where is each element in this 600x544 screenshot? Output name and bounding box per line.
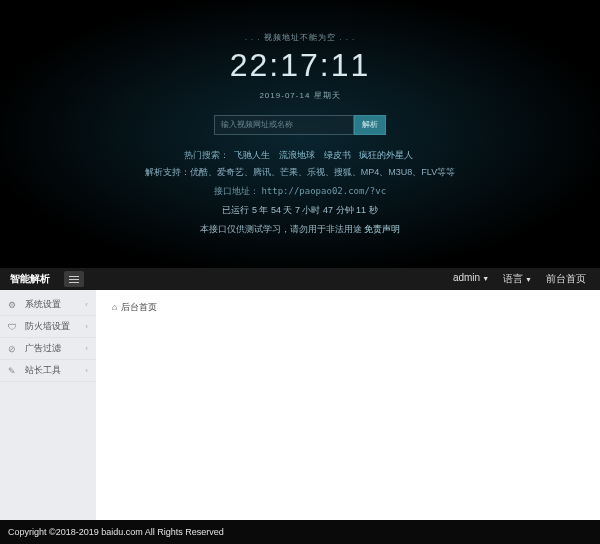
hot-searches: 热门搜索： 飞驰人生 流浪地球 绿皮书 疯狂的外星人 [0, 149, 600, 162]
admin-content: ⌂后台首页 [96, 290, 600, 520]
home-icon: ⌂ [112, 302, 117, 312]
tab-label: 后台首页 [121, 301, 157, 314]
sidebar-item-label: 防火墙设置 [25, 320, 70, 333]
caret-down-icon: ▼ [525, 276, 532, 283]
tagline: . . . 视频地址不能为空 . . . [0, 32, 600, 43]
admin-body: ⚙系统设置‹ 🛡防火墙设置‹ ⊘广告过滤‹ ✎站长工具‹ ⌂后台首页 [0, 290, 600, 520]
clock-display: 22:17:11 [0, 47, 600, 84]
sidebar-item-label: 广告过滤 [25, 342, 61, 355]
chevron-left-icon: ‹ [85, 366, 88, 375]
sidebar-item-label: 站长工具 [25, 364, 61, 377]
copyright-text: Copyright ©2018-2019 baidu.com All Right… [8, 527, 224, 537]
uptime-text: 已运行 5 年 54 天 7 小时 47 分钟 11 秒 [0, 204, 600, 217]
search-bar: 解析 [214, 115, 386, 135]
api-endpoint: 接口地址： http://paopao02.com/?vc [0, 185, 600, 198]
admin-panel: 智能解析 admin▼ 语言▼ 前台首页 ⚙系统设置‹ 🛡防火墙设置‹ ⊘广告过… [0, 268, 600, 520]
sidebar-item-adfilter[interactable]: ⊘广告过滤‹ [0, 338, 96, 360]
frontend-link[interactable]: 前台首页 [546, 272, 586, 286]
admin-topbar: 智能解析 admin▼ 语言▼ 前台首页 [0, 268, 600, 290]
admin-sidebar: ⚙系统设置‹ 🛡防火墙设置‹ ⊘广告过滤‹ ✎站长工具‹ [0, 290, 96, 520]
gear-icon: ⚙ [8, 300, 20, 310]
chevron-left-icon: ‹ [85, 322, 88, 331]
parse-button[interactable]: 解析 [354, 115, 386, 135]
disclaimer-link[interactable]: 免责声明 [364, 224, 400, 234]
chevron-left-icon: ‹ [85, 344, 88, 353]
date-display: 2019-07-14 星期天 [0, 90, 600, 101]
hot-link[interactable]: 飞驰人生 [234, 150, 270, 160]
api-label: 接口地址： [214, 186, 259, 196]
sidebar-item-tools[interactable]: ✎站长工具‹ [0, 360, 96, 382]
caret-down-icon: ▼ [482, 275, 489, 282]
chevron-left-icon: ‹ [85, 300, 88, 309]
support-list: 解析支持：优酷、爱奇艺、腾讯、芒果、乐视、搜狐、MP4、M3U8、FLV等等 [0, 166, 600, 179]
sidebar-toggle-button[interactable] [64, 271, 84, 287]
tab-home[interactable]: ⌂后台首页 [106, 299, 163, 316]
hot-link[interactable]: 流浪地球 [279, 150, 315, 160]
shield-icon: 🛡 [8, 322, 20, 332]
disclaimer-line: 本接口仅供测试学习，请勿用于非法用途 免责声明 [0, 223, 600, 236]
brand-title: 智能解析 [0, 272, 60, 286]
hot-link[interactable]: 疯狂的外星人 [359, 150, 413, 160]
video-parser-panel: . . . 视频地址不能为空 . . . 22:17:11 2019-07-14… [0, 0, 600, 268]
url-input[interactable] [214, 115, 354, 135]
hot-link[interactable]: 绿皮书 [324, 150, 351, 160]
disclaimer-text: 本接口仅供测试学习，请勿用于非法用途 [200, 224, 365, 234]
user-menu[interactable]: admin▼ [453, 272, 489, 286]
footer-bar: Copyright ©2018-2019 baidu.com All Right… [0, 520, 600, 544]
sidebar-item-label: 系统设置 [25, 298, 61, 311]
hamburger-icon [69, 279, 79, 280]
hot-label: 热门搜索： [184, 150, 229, 160]
block-icon: ⊘ [8, 344, 20, 354]
top-right-nav: admin▼ 语言▼ 前台首页 [453, 272, 600, 286]
sidebar-item-firewall[interactable]: 🛡防火墙设置‹ [0, 316, 96, 338]
language-menu[interactable]: 语言▼ [503, 272, 532, 286]
api-url-text: http://paopao02.com/?vc [261, 186, 386, 196]
sidebar-item-system[interactable]: ⚙系统设置‹ [0, 294, 96, 316]
pencil-icon: ✎ [8, 366, 20, 376]
